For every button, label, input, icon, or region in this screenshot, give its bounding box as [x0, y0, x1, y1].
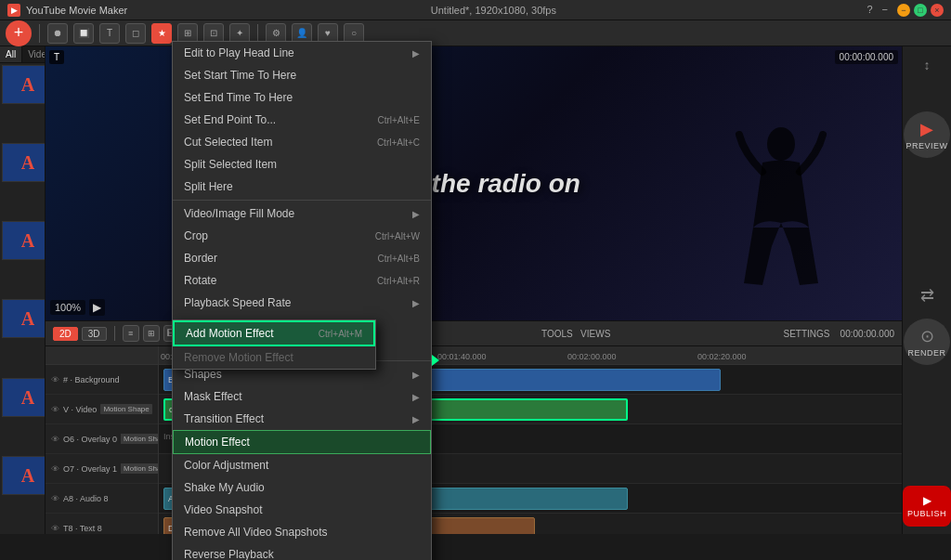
shape-button[interactable]: ◻	[125, 23, 146, 44]
photo-button[interactable]: 🔲	[73, 23, 94, 44]
track-name-o7: O7 · Overlay 1	[63, 464, 117, 474]
track-badge-v: Motion Shape	[100, 404, 151, 414]
submenu-arrow-6: ▶	[412, 414, 420, 424]
menu-playback-speed-label: Playback Speed Rate	[184, 296, 291, 309]
media-thumb-7[interactable]: A	[2, 221, 45, 260]
shortcut-rotate: Ctrl+Alt+R	[377, 276, 420, 286]
publish-button[interactable]: ▶ PUBLISH	[903, 486, 951, 527]
menu-reverse-playback[interactable]: Reverse Playback	[173, 543, 431, 560]
submenu-motion-effect: Add Motion Effect Ctrl+Alt+M Remove Moti…	[172, 319, 376, 370]
shortcut-add-motion: Ctrl+Alt+M	[319, 329, 362, 339]
media-thumb-4[interactable]: A	[2, 143, 45, 182]
render-button[interactable]: ⊙ RENDER	[904, 319, 950, 365]
media-thumb-10[interactable]: A	[2, 299, 45, 338]
text-button[interactable]: T	[99, 23, 120, 44]
ruler-mark-3: 00:02:00.000	[567, 352, 617, 361]
menu-crop[interactable]: Crop Ctrl+Alt+W	[173, 225, 431, 247]
toolbar-separator	[39, 24, 40, 43]
media-thumb-13[interactable]: A	[2, 378, 45, 417]
track-badge-o6: Motion Shape	[121, 434, 158, 444]
context-menu: Edit to Play Head Line ▶ Set Start Time …	[172, 41, 432, 560]
menu-transition-label: Transition Effect	[184, 412, 264, 425]
media-tabs: All Video Photo	[0, 46, 45, 63]
ruler-mark-2: 00:01:40.000	[437, 352, 487, 361]
media-thumb-16[interactable]: A	[2, 456, 45, 495]
youtube-icon: ▶	[923, 494, 931, 507]
track-eye-a8[interactable]: 👁	[51, 494, 59, 503]
menu-crop-label: Crop	[184, 229, 208, 242]
menu-video-snapshot-label: Video Snapshot	[184, 503, 263, 516]
menu-border[interactable]: Border Ctrl+Alt+B	[173, 247, 431, 269]
track-label-video: 👁 V · Video Motion Shape	[46, 395, 158, 424]
close-button[interactable]: ×	[931, 4, 944, 17]
minimize-btn[interactable]: −	[882, 4, 888, 17]
track-eye-o6[interactable]: 👁	[51, 435, 59, 444]
menu-cut-selected[interactable]: Cut Selected Item Ctrl+Alt+C	[173, 131, 431, 153]
mode-3d-button[interactable]: 3D	[82, 327, 107, 341]
help-btn[interactable]: ?	[866, 4, 872, 17]
title-bar: ▶ YouTube Movie Maker Untitled*, 1920x10…	[0, 0, 951, 20]
track-label-t8: 👁 T8 · Text 8	[46, 514, 158, 534]
menu-motion-effect[interactable]: Motion Effect	[173, 430, 431, 454]
timeline-grid-btn[interactable]: ⊞	[143, 325, 160, 342]
minimize-button[interactable]: −	[897, 4, 910, 17]
submenu-arrow-4: ▶	[412, 370, 420, 380]
toolbar-separator-2	[257, 24, 258, 43]
maximize-button[interactable]: □	[914, 4, 927, 17]
mode-2d-button[interactable]: 2D	[53, 327, 78, 341]
track-eye-v[interactable]: 👁	[51, 405, 59, 414]
menu-split-here[interactable]: Split Here	[173, 176, 431, 198]
track-name-t8: T8 · Text 8	[63, 524, 102, 533]
arrow-indicator	[432, 355, 439, 366]
menu-set-end[interactable]: Set End Time To Here	[173, 86, 431, 109]
right-panel: ↕ ▶ PREVIEW ⇄ ⊙ RENDER ▶ PUBLISH	[902, 46, 951, 534]
menu-rotate-label: Rotate	[184, 274, 216, 287]
track-eye-o7[interactable]: 👁	[51, 464, 59, 474]
menu-rotate[interactable]: Rotate Ctrl+Alt+R	[173, 269, 431, 292]
menu-transition[interactable]: Transition Effect ▶	[173, 408, 431, 430]
menu-color-adjustment[interactable]: Color Adjustment	[173, 454, 431, 476]
menu-split-selected[interactable]: Split Selected Item	[173, 153, 431, 176]
menu-remove-snapshots[interactable]: Remove All Video Snapshots	[173, 521, 431, 543]
record-button[interactable]: ⏺	[47, 23, 68, 44]
menu-edit-to-playhead[interactable]: Edit to Play Head Line ▶	[173, 42, 431, 64]
silhouette	[735, 116, 827, 320]
submenu-add-motion[interactable]: Add Motion Effect Ctrl+Alt+M	[173, 320, 375, 346]
menu-mask-effect[interactable]: Mask Effect ▶	[173, 385, 431, 408]
menu-shapes-label: Shapes	[184, 368, 222, 381]
track-label-o6: 👁 O6 · Overlay 0 Motion Shape	[46, 424, 158, 454]
track-name-o6: O6 · Overlay 0	[63, 435, 117, 444]
menu-playback-speed[interactable]: Playback Speed Rate ▶	[173, 292, 431, 314]
add-media-button[interactable]: +	[6, 20, 32, 46]
settings-label: TOOLS VIEWS SETTINGS 00:00:00.000	[541, 329, 894, 339]
panel-arrow-icon[interactable]: ↕	[920, 54, 934, 76]
menu-border-label: Border	[184, 252, 217, 265]
menu-fill-mode[interactable]: Video/Image Fill Mode ▶	[173, 202, 431, 225]
preview-label: T	[49, 50, 64, 64]
play-button[interactable]: ▶	[89, 299, 105, 316]
arrow-right-icon[interactable]: ⇄	[915, 280, 940, 311]
preview-button[interactable]: ▶ PREVIEW	[904, 111, 950, 158]
shortcut-set-end: Ctrl+Alt+E	[377, 115, 420, 125]
media-thumb-1[interactable]: A	[2, 65, 45, 104]
menu-remove-snapshots-label: Remove All Video Snapshots	[184, 526, 328, 539]
menu-set-start[interactable]: Set Start Time To Here	[173, 64, 431, 86]
app-icon: ▶	[7, 4, 20, 17]
track-name-bg: # · Background	[63, 375, 120, 384]
media-tab-all[interactable]: All	[0, 46, 22, 62]
render-icon: ⊙	[920, 326, 934, 346]
video-info: Untitled*, 1920x1080, 30fps	[431, 5, 556, 16]
track-eye-t8[interactable]: 👁	[51, 524, 59, 533]
timeline-list-btn[interactable]: ≡	[123, 325, 139, 342]
app-title: YouTube Movie Maker	[26, 5, 127, 16]
submenu-arrow-3: ▶	[412, 298, 420, 308]
track-label-a8: 👁 A8 · Audio 8	[46, 484, 158, 514]
menu-shake-audio[interactable]: Shake My Audio	[173, 476, 431, 499]
window-controls: ? − − □ ×	[866, 4, 944, 17]
star-button[interactable]: ★	[151, 23, 172, 44]
media-tab-video[interactable]: Video	[22, 46, 46, 62]
shortcut-crop: Ctrl+Alt+W	[375, 231, 420, 241]
menu-set-end-point[interactable]: Set End Point To... Ctrl+Alt+E	[173, 109, 431, 131]
menu-video-snapshot[interactable]: Video Snapshot	[173, 499, 431, 521]
track-eye-bg[interactable]: 👁	[51, 375, 59, 384]
